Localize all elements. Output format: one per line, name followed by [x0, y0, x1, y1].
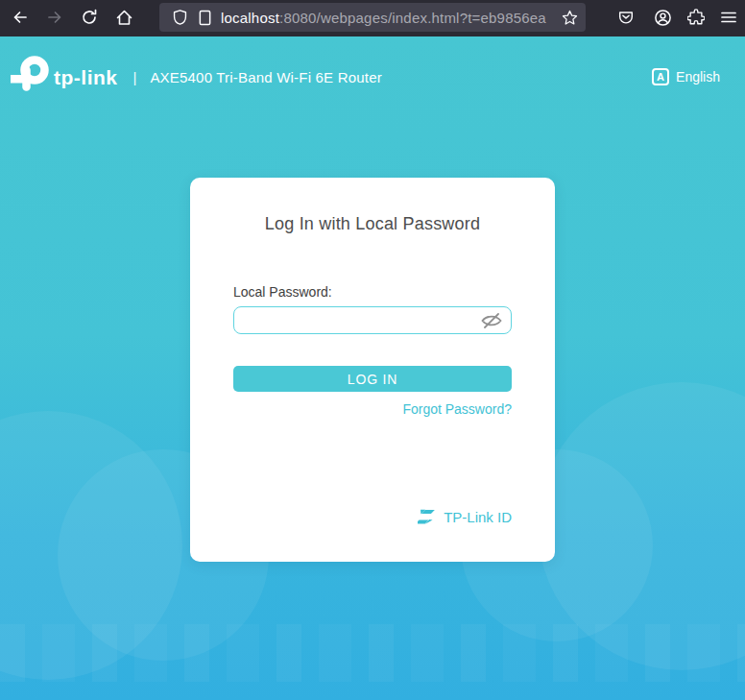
home-icon: [115, 9, 133, 27]
tracking-shield-icon[interactable]: [167, 5, 192, 30]
tplink-logo: tp-link: [8, 55, 118, 99]
tplink-id-login[interactable]: TP-Link ID: [418, 509, 512, 525]
language-label: English: [676, 69, 720, 84]
forward-button[interactable]: [40, 3, 69, 32]
language-icon: A: [652, 68, 669, 85]
home-button[interactable]: [109, 3, 138, 32]
menu-button[interactable]: [714, 3, 743, 32]
pocket-icon: [617, 9, 635, 26]
router-login-page: tp-link | AXE5400 Tri-Band Wi-Fi 6E Rout…: [0, 36, 745, 700]
reload-icon: [81, 9, 98, 26]
site-header: tp-link | AXE5400 Tri-Band Wi-Fi 6E Rout…: [0, 36, 745, 96]
puzzle-piece-icon: [687, 9, 705, 26]
page-info-icon[interactable]: [192, 5, 217, 30]
forward-arrow-icon: [46, 9, 63, 26]
brand-wordmark: tp-link: [54, 66, 118, 89]
pocket-button[interactable]: [612, 3, 640, 32]
forgot-password-link[interactable]: Forgot Password?: [402, 401, 512, 417]
bookmark-star-button[interactable]: [562, 10, 578, 26]
switch-login-icon: [418, 509, 436, 525]
password-input[interactable]: [233, 306, 512, 334]
browser-toolbar: localhost:8080/webpages/index.html?t=eb9…: [0, 0, 745, 36]
back-button[interactable]: [6, 3, 35, 32]
star-icon: [562, 10, 578, 26]
login-card: Log In with Local Password Local Passwor…: [190, 178, 555, 562]
url-path: :8080/webpages/index.html?t=eb9856ea: [279, 10, 546, 26]
reload-button[interactable]: [75, 3, 104, 32]
password-label: Local Password:: [233, 284, 512, 300]
tplink-id-label: TP-Link ID: [444, 509, 512, 525]
toggle-password-visibility-button[interactable]: [480, 312, 503, 329]
hamburger-menu-icon: [720, 9, 737, 26]
header-separator: |: [133, 69, 137, 85]
password-field-wrap: [233, 306, 512, 334]
extensions-button[interactable]: [682, 3, 710, 32]
tplink-logo-mark: [8, 55, 52, 99]
url-text: localhost:8080/webpages/index.html?t=eb9…: [221, 10, 562, 26]
eye-slash-icon: [480, 312, 503, 329]
account-button[interactable]: [648, 3, 677, 32]
language-selector[interactable]: A English: [652, 68, 720, 85]
login-card-title: Log In with Local Password: [233, 214, 512, 234]
url-bar[interactable]: localhost:8080/webpages/index.html?t=eb9…: [159, 3, 586, 32]
login-button[interactable]: LOG IN: [233, 366, 512, 392]
forgot-password-row: Forgot Password?: [233, 400, 512, 418]
account-icon: [654, 9, 672, 27]
router-model-title: AXE5400 Tri-Band Wi-Fi 6E Router: [150, 69, 382, 85]
skyline-pattern: [0, 624, 745, 682]
back-arrow-icon: [12, 9, 29, 26]
url-host: localhost: [221, 10, 279, 26]
